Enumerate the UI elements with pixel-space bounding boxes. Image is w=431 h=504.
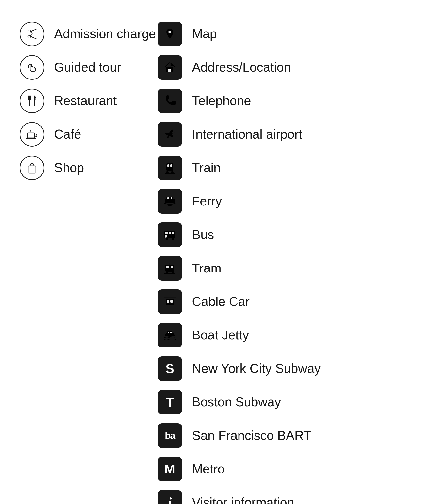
ferry-label: Ferry	[192, 194, 222, 208]
bus-label: Bus	[192, 228, 214, 242]
airport-icon	[158, 122, 182, 147]
metro-letter: M	[164, 462, 175, 476]
boat-jetty-icon	[158, 323, 182, 347]
svg-point-21	[171, 171, 174, 173]
restaurant-label: Restaurant	[54, 94, 117, 108]
list-item: Train	[158, 151, 411, 185]
ferry-icon	[158, 189, 182, 214]
nyc-subway-label: New York City Subway	[192, 362, 321, 376]
svg-point-40	[172, 271, 174, 273]
list-item: Bus	[158, 218, 411, 252]
visitor-info-icon: i	[158, 490, 182, 504]
bus-icon	[158, 222, 182, 247]
boat-jetty-label: Boat Jetty	[192, 328, 249, 342]
admission-charge-label: Admission charge	[54, 27, 156, 41]
cable-car-label: Cable Car	[192, 295, 250, 309]
cable-car-icon	[158, 289, 182, 314]
svg-rect-15	[168, 69, 171, 72]
list-item: Map	[158, 17, 411, 51]
sf-bart-label: San Francisco BART	[192, 428, 311, 442]
svg-rect-45	[167, 300, 169, 303]
list-item: Café	[20, 118, 158, 151]
svg-rect-12	[28, 166, 36, 173]
tram-label: Tram	[192, 261, 221, 275]
svg-rect-38	[171, 266, 173, 268]
list-item: ba San Francisco BART	[158, 419, 411, 452]
list-item: M Metro	[158, 452, 411, 486]
map-label: Map	[192, 27, 217, 41]
svg-rect-30	[172, 232, 174, 234]
svg-rect-23	[165, 199, 175, 203]
sf-bart-letter: ba	[165, 430, 175, 441]
tram-icon	[158, 256, 182, 281]
metro-icon: M	[158, 457, 182, 481]
list-item: Address/Location	[158, 51, 411, 84]
svg-point-20	[166, 171, 169, 173]
guided-tour-icon	[20, 55, 44, 80]
svg-point-33	[172, 237, 174, 240]
svg-point-32	[166, 237, 168, 240]
address-label: Address/Location	[192, 60, 291, 74]
metro-label: Metro	[192, 462, 225, 476]
svg-line-5	[30, 34, 32, 36]
list-item: Restaurant	[20, 84, 158, 118]
svg-line-4	[30, 32, 32, 34]
svg-rect-28	[165, 232, 168, 234]
list-item: T Boston Subway	[158, 385, 411, 419]
map-pin-icon	[158, 22, 182, 46]
svg-point-13	[168, 31, 171, 33]
list-item: Shop	[20, 151, 158, 185]
list-item: i Visitor information	[158, 486, 411, 504]
sf-bart-icon: ba	[158, 423, 182, 448]
svg-rect-29	[169, 232, 171, 234]
guided-tour-label: Guided tour	[54, 60, 121, 74]
list-item: Tram	[158, 252, 411, 285]
boston-subway-letter: T	[166, 395, 174, 410]
svg-line-3	[30, 36, 36, 39]
list-item: Admission charge	[20, 17, 158, 51]
train-label: Train	[192, 161, 221, 175]
right-column: Map Address/Location	[158, 15, 411, 504]
airport-label: International airport	[192, 127, 302, 141]
svg-rect-17	[166, 163, 173, 171]
boston-subway-label: Boston Subway	[192, 395, 281, 409]
list-item: Boat Jetty	[158, 318, 411, 352]
svg-rect-31	[165, 235, 167, 238]
ticket-icon	[20, 22, 44, 46]
visitor-info-label: Visitor information	[192, 495, 294, 504]
svg-rect-18	[167, 164, 169, 167]
svg-rect-26	[171, 197, 172, 199]
shop-icon	[20, 156, 44, 180]
svg-rect-37	[166, 266, 169, 268]
legend-container: Admission charge Guided tour	[20, 15, 411, 504]
nyc-subway-letter: S	[166, 361, 174, 376]
svg-point-39	[166, 271, 168, 273]
visitor-info-letter: i	[168, 495, 172, 504]
restaurant-icon	[20, 89, 44, 113]
svg-rect-10	[28, 133, 34, 138]
shop-label: Shop	[54, 161, 84, 175]
left-column: Admission charge Guided tour	[20, 15, 158, 504]
svg-rect-16	[171, 64, 173, 66]
svg-rect-25	[167, 197, 169, 199]
list-item: Cable Car	[158, 285, 411, 318]
nyc-subway-icon: S	[158, 356, 182, 381]
address-icon	[158, 55, 182, 80]
telephone-label: Telephone	[192, 94, 251, 108]
svg-rect-19	[170, 164, 172, 167]
list-item: Telephone	[158, 84, 411, 118]
cafe-icon	[20, 122, 44, 147]
list-item: Ferry	[158, 185, 411, 218]
cafe-label: Café	[54, 127, 81, 141]
train-icon	[158, 156, 182, 180]
boston-subway-icon: T	[158, 390, 182, 414]
svg-rect-50	[170, 332, 172, 333]
svg-line-2	[30, 29, 36, 32]
list-item: Guided tour	[20, 51, 158, 84]
svg-rect-49	[168, 332, 169, 333]
list-item: International airport	[158, 118, 411, 151]
telephone-icon	[158, 89, 182, 113]
svg-rect-46	[170, 300, 173, 303]
list-item: S New York City Subway	[158, 352, 411, 385]
